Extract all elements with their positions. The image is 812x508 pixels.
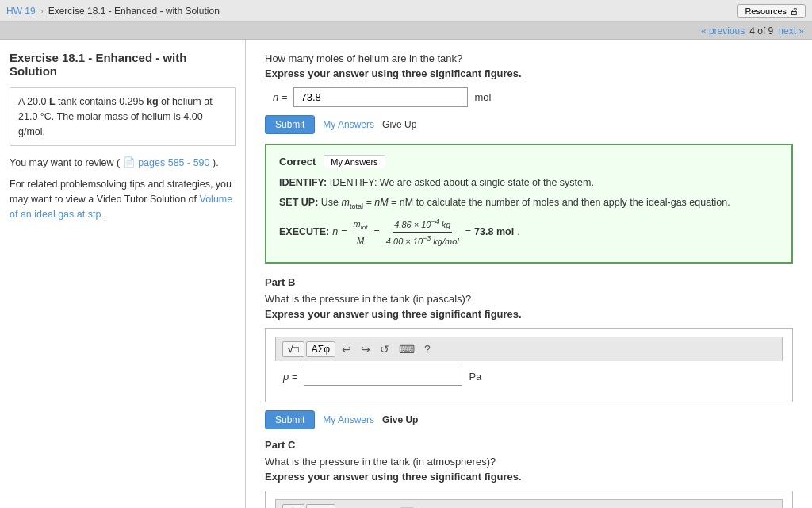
part-c-refresh-icon[interactable]: ↺ bbox=[377, 504, 393, 508]
breadcrumb-separator: › bbox=[40, 6, 44, 17]
part-b-math-button[interactable]: AΣφ bbox=[306, 341, 335, 357]
pagination-current: 4 of 9 bbox=[749, 25, 773, 37]
part-a-unit: mol bbox=[474, 91, 491, 103]
previous-link[interactable]: « previous bbox=[701, 25, 745, 37]
resources-button[interactable]: Resources 🖨 bbox=[737, 4, 806, 18]
part-c-sqrt-button[interactable]: √□ bbox=[282, 504, 304, 508]
part-c-input-container: √□ AΣφ ↩ ↪ ↺ ⌨ ? p = atm bbox=[265, 491, 793, 508]
part-c-undo-icon[interactable]: ↩ bbox=[339, 504, 354, 508]
fraction-1: mtot M bbox=[351, 217, 369, 248]
part-b-actions: Submit My Answers Give Up bbox=[265, 410, 793, 429]
review-text: You may want to review ( 📄 pages 585 - 5… bbox=[10, 156, 236, 171]
sidebar-title: Exercise 18.1 - Enhanced - with Solution bbox=[10, 51, 236, 78]
part-a-instruction: Express your answer using three signific… bbox=[265, 67, 793, 79]
part-c-keyboard-icon[interactable]: ⌨ bbox=[396, 504, 418, 508]
part-b-p-label: p = bbox=[283, 371, 297, 383]
part-b-my-answers-link[interactable]: My Answers bbox=[323, 414, 374, 425]
part-b-undo-icon[interactable]: ↩ bbox=[339, 341, 354, 357]
setup-text: SET UP: Use mtotal = nM = nM to calculat… bbox=[279, 194, 779, 213]
resources-icon: 🖨 bbox=[790, 6, 799, 16]
part-c-question: What is the pressure in the tank (in atm… bbox=[265, 456, 793, 468]
part-b-input-container: √□ AΣφ ↩ ↪ ↺ ⌨ ? p = Pa bbox=[265, 328, 793, 402]
part-b-refresh-icon[interactable]: ↺ bbox=[377, 341, 393, 357]
part-b-answer-row: p = Pa bbox=[283, 368, 783, 386]
part-c-math-button[interactable]: AΣφ bbox=[306, 504, 335, 508]
part-b: Part B What is the pressure in the tank … bbox=[265, 276, 793, 429]
part-a-input[interactable] bbox=[293, 87, 468, 107]
part-b-submit-button[interactable]: Submit bbox=[265, 410, 315, 429]
breadcrumb: HW 19 › Exercise 18.1 - Enhanced - with … bbox=[6, 6, 220, 17]
next-link[interactable]: next » bbox=[778, 25, 804, 37]
part-b-instruction: Express your answer using three signific… bbox=[265, 308, 793, 320]
my-answers-tab-button[interactable]: My Answers bbox=[324, 155, 385, 168]
review-prefix: You may want to review ( bbox=[10, 157, 120, 168]
problem-text: A 20.0 L tank contains 0.295 kg of heliu… bbox=[18, 96, 213, 137]
part-b-help-icon[interactable]: ? bbox=[421, 341, 434, 357]
correct-header: Correct My Answers bbox=[279, 155, 779, 168]
part-a-question: How many moles of helium are in the tank… bbox=[265, 52, 793, 64]
part-b-keyboard-icon[interactable]: ⌨ bbox=[396, 341, 418, 357]
part-c-instruction: Express your answer using three signific… bbox=[265, 471, 793, 483]
resources-area: Resources 🖨 bbox=[737, 4, 806, 18]
content-area: How many moles of helium are in the tank… bbox=[246, 40, 812, 508]
part-c-redo-icon[interactable]: ↪ bbox=[358, 504, 373, 508]
part-a: How many moles of helium are in the tank… bbox=[265, 52, 793, 264]
part-a-give-up-label: Give Up bbox=[382, 119, 416, 130]
book-icon: 📄 bbox=[123, 157, 136, 168]
part-b-redo-icon[interactable]: ↪ bbox=[358, 341, 373, 357]
part-c-toolbar-group1: √□ AΣφ bbox=[282, 504, 335, 508]
part-b-sqrt-button[interactable]: √□ bbox=[282, 341, 304, 357]
correct-label: Correct bbox=[279, 156, 316, 167]
resources-label: Resources bbox=[745, 6, 787, 16]
part-c: Part C What is the pressure in the tank … bbox=[265, 439, 793, 508]
part-b-question: What is the pressure in the tank (in pas… bbox=[265, 293, 793, 305]
review-suffix: ). bbox=[213, 157, 219, 168]
part-b-give-up-link[interactable]: Give Up bbox=[382, 414, 418, 425]
part-c-help-icon[interactable]: ? bbox=[421, 504, 434, 508]
sqrt-icon: √□ bbox=[288, 344, 299, 355]
breadcrumb-title: Exercise 18.1 - Enhanced - with Solution bbox=[48, 6, 220, 17]
part-c-label: Part C bbox=[265, 439, 793, 451]
pagination-bar: « previous 4 of 9 next » bbox=[0, 22, 812, 40]
correct-box: Correct My Answers IDENTIFY: IDENTIFY: W… bbox=[265, 144, 793, 264]
problem-statement: A 20.0 L tank contains 0.295 kg of heliu… bbox=[10, 87, 236, 146]
identify-text: IDENTIFY: IDENTIFY: We are asked about a… bbox=[279, 175, 779, 191]
part-b-input[interactable] bbox=[304, 368, 462, 386]
correct-body: IDENTIFY: IDENTIFY: We are asked about a… bbox=[279, 175, 779, 249]
part-a-my-answers-link[interactable]: My Answers bbox=[323, 119, 374, 130]
part-b-toolbar-group1: √□ AΣφ bbox=[282, 341, 335, 357]
part-a-actions: Submit My Answers Give Up bbox=[265, 115, 793, 134]
top-nav: HW 19 › Exercise 18.1 - Enhanced - with … bbox=[0, 0, 812, 22]
part-a-answer-row: n = mol bbox=[273, 87, 793, 107]
main-layout: Exercise 18.1 - Enhanced - with Solution… bbox=[0, 40, 812, 508]
fraction-2: 4.86 × 10−4 kg 4.00 × 10−3 kg/mol bbox=[385, 216, 461, 249]
tips-text: For related problemsolving tips and stra… bbox=[10, 177, 236, 221]
part-b-unit: Pa bbox=[469, 371, 481, 383]
hw-link[interactable]: HW 19 bbox=[6, 6, 36, 17]
execute-text: EXECUTE: n = mtot M = 4.86 × 10−4 kg 4.0… bbox=[279, 216, 779, 249]
part-c-toolbar: √□ AΣφ ↩ ↪ ↺ ⌨ ? bbox=[275, 499, 783, 508]
part-b-label: Part B bbox=[265, 276, 793, 288]
part-b-toolbar: √□ AΣφ ↩ ↪ ↺ ⌨ ? bbox=[275, 337, 783, 361]
math-symbol-icon: AΣφ bbox=[312, 344, 330, 355]
part-a-n-label: n = bbox=[273, 91, 287, 103]
sidebar: Exercise 18.1 - Enhanced - with Solution… bbox=[0, 40, 246, 508]
review-link[interactable]: 📄 pages 585 - 590 bbox=[123, 157, 213, 168]
part-a-submit-button[interactable]: Submit bbox=[265, 115, 315, 134]
